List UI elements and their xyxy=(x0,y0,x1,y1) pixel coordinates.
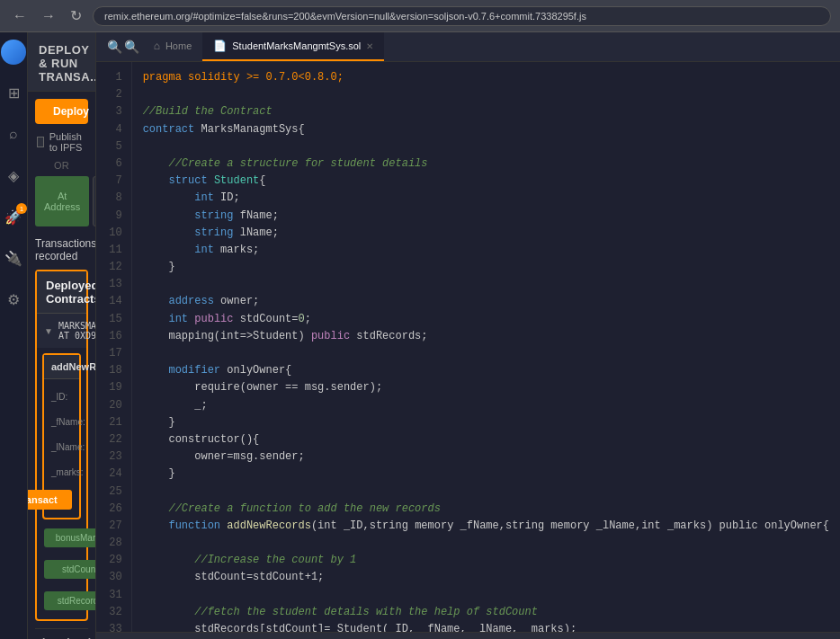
home-tab-icon: ⌂ xyxy=(154,40,160,52)
sidebar-item-deploy[interactable]: 🚀 1 xyxy=(0,203,27,230)
sidebar-item-files[interactable]: ⊞ xyxy=(0,79,27,106)
std-count-row: stdCount xyxy=(37,556,86,582)
add-records-title: addNewRecords xyxy=(51,361,96,372)
tab-home-label: Home xyxy=(165,40,192,51)
sidebar-item-search[interactable]: ⌕ xyxy=(0,120,27,147)
field-row-lname: _lName: xyxy=(51,437,72,457)
deploy-button[interactable]: Deploy xyxy=(35,99,88,124)
panel-title: DEPLOY & RUN TRANSA... xyxy=(39,43,96,84)
refresh-button[interactable]: ↻ xyxy=(67,5,85,26)
panel-header: DEPLOY & RUN TRANSA... ≡ xyxy=(28,32,95,92)
zoom-out-button[interactable]: 🔍 xyxy=(107,40,122,54)
add-new-records-section: addNewRecords ▲ _ID: _fName: xyxy=(42,353,81,519)
tab-sol-file[interactable]: 📄 StudentMarksMangmtSys.sol ✕ xyxy=(202,32,384,61)
deployed-contracts-header: Deployed Contracts 🗑 xyxy=(37,271,86,314)
address-row: At Address Load contract from Address xyxy=(35,176,88,226)
add-records-header: addNewRecords ▲ xyxy=(44,355,79,379)
tab-home[interactable]: ⌂ Home xyxy=(143,32,203,61)
horizontal-scrollbar[interactable] xyxy=(96,632,840,639)
browser-chrome: ← → ↻ remix.ethereum.org/#optimize=false… xyxy=(0,0,840,32)
icon-sidebar: ⊞ ⌕ ◈ 🚀 1 🔌 ⚙ xyxy=(0,32,28,639)
publish-label: Publish to IPFS xyxy=(49,131,88,153)
files-icon: ⊞ xyxy=(8,84,20,102)
tab-close-icon[interactable]: ✕ xyxy=(366,41,373,51)
url-bar[interactable]: remix.ethereum.org/#optimize=false&runs=… xyxy=(93,6,831,26)
transactions-label: Transactions recorded xyxy=(35,237,96,262)
sidebar-item-git[interactable]: ◈ xyxy=(0,162,27,189)
zoom-in-button[interactable]: 🔍 xyxy=(124,40,139,54)
app-layout: ⊞ ⌕ ◈ 🚀 1 🔌 ⚙ DEPLOY & RUN TRANSA... ≡ D… xyxy=(0,32,840,639)
std-records-row: stdRecords ▾ xyxy=(37,588,86,614)
panel-content: Deploy Publish to IPFS OR At Address Loa… xyxy=(28,92,95,639)
avatar xyxy=(1,40,26,65)
field-label-id: _ID: xyxy=(51,392,96,402)
field-label-fname: _fName: xyxy=(51,417,96,427)
search-icon: ⌕ xyxy=(9,126,18,142)
left-panel: DEPLOY & RUN TRANSA... ≡ Deploy Publish … xyxy=(28,32,96,639)
publish-checkbox[interactable] xyxy=(37,137,44,147)
code-content[interactable]: pragma solidity >= 0.7.0<0.8.0; //Build … xyxy=(132,62,840,632)
field-row-marks: _marks: xyxy=(51,462,72,482)
field-label-lname: _lName: xyxy=(51,442,96,452)
git-icon: ◈ xyxy=(8,167,19,184)
at-address-button[interactable]: At Address xyxy=(35,176,89,226)
sol-file-icon: 📄 xyxy=(213,40,227,52)
std-records-button[interactable]: stdRecords xyxy=(44,591,96,610)
low-level-header: Low level interactions ℹ xyxy=(35,628,88,639)
line-numbers: 1234567891011121314151617181920212223242… xyxy=(96,62,132,632)
forward-button[interactable]: → xyxy=(38,6,59,26)
code-panel: 🔍 🔍 ⌂ Home 📄 StudentMarksMangmtSys.sol ✕… xyxy=(96,32,840,639)
deployed-contracts-title: Deployed Contracts xyxy=(46,279,96,306)
sidebar-item-plugin[interactable]: 🔌 xyxy=(0,244,27,271)
bonus-marks-row: bonusMarks ▾ xyxy=(37,525,86,551)
field-row-id: _ID: xyxy=(51,386,72,406)
add-records-body: _ID: _fName: _lName: _marks: xyxy=(44,379,79,518)
publish-row: Publish to IPFS xyxy=(35,131,88,153)
field-row-fname: _fName: xyxy=(51,412,72,431)
sidebar-item-settings[interactable]: ⚙ xyxy=(0,286,27,313)
deployed-contracts-section: Deployed Contracts 🗑 ▼ MARKSMANAGMTSYS A… xyxy=(35,270,88,621)
contract-chevron-icon[interactable]: ▼ xyxy=(44,326,53,336)
transactions-row: Transactions recorded 2 ▾ xyxy=(35,235,88,264)
tab-sol-label: StudentMarksMangmtSys.sol xyxy=(232,40,361,51)
plugin-icon: 🔌 xyxy=(4,250,22,267)
field-label-marks: _marks: xyxy=(51,467,96,477)
transact-button[interactable]: transact xyxy=(28,490,72,510)
contract-name: MARKSMANAGMTSYS AT 0XD91...3 xyxy=(58,321,96,341)
bonus-marks-button[interactable]: bonusMarks xyxy=(44,528,96,547)
deploy-badge: 1 xyxy=(16,203,27,214)
or-divider: OR xyxy=(35,160,88,171)
tab-bar: 🔍 🔍 ⌂ Home 📄 StudentMarksMangmtSys.sol ✕ xyxy=(96,32,840,62)
contract-item: ▼ MARKSMANAGMTSYS AT 0XD91...3 ⧉ ✕ xyxy=(37,314,86,348)
settings-icon: ⚙ xyxy=(7,291,20,308)
back-button[interactable]: ← xyxy=(9,6,31,26)
action-row: ⧉ transact xyxy=(51,489,72,510)
std-count-button[interactable]: stdCount xyxy=(44,560,96,579)
code-area: 1234567891011121314151617181920212223242… xyxy=(96,62,840,632)
